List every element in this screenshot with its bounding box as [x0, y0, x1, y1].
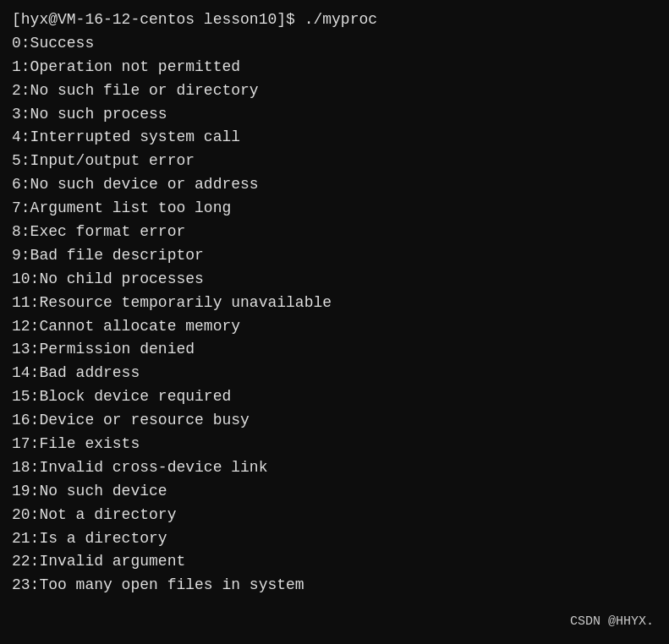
output-line: 8:Exec format error: [12, 221, 657, 244]
output-line: 21:Is a directory: [12, 527, 657, 551]
output-line: 1:Operation not permitted: [12, 56, 657, 79]
watermark: CSDN @HHYX.: [570, 614, 654, 629]
output-line: 7:Argument list too long: [12, 197, 657, 221]
output-line: 15:Block device required: [12, 385, 657, 409]
output-line: 12:Cannot allocate memory: [12, 315, 657, 339]
output-line: 19:No such device: [12, 480, 657, 504]
output-lines: 0:Success1:Operation not permitted2:No s…: [12, 32, 657, 598]
terminal-window: [hyx@VM-16-12-centos lesson10]$ ./myproc…: [0, 0, 669, 644]
output-line: 14:Bad address: [12, 362, 657, 385]
output-line: 4:Interrupted system call: [12, 126, 657, 150]
output-line: 2:No such file or directory: [12, 79, 657, 103]
output-line: 11:Resource temporarily unavailable: [12, 292, 657, 315]
output-line: 6:No such device or address: [12, 173, 657, 197]
output-line: 0:Success: [12, 32, 657, 56]
output-line: 3:No such process: [12, 103, 657, 127]
output-line: 23:Too many open files in system: [12, 574, 657, 598]
output-line: 20:Not a directory: [12, 504, 657, 527]
output-line: 22:Invalid argument: [12, 550, 657, 574]
output-line: 16:Device or resource busy: [12, 409, 657, 433]
output-line: 18:Invalid cross-device link: [12, 456, 657, 480]
output-line: 17:File exists: [12, 433, 657, 456]
prompt-line: [hyx@VM-16-12-centos lesson10]$ ./myproc: [12, 8, 657, 32]
output-line: 10:No child processes: [12, 268, 657, 292]
output-line: 13:Permission denied: [12, 338, 657, 362]
output-line: 5:Input/output error: [12, 150, 657, 173]
output-line: 9:Bad file descriptor: [12, 244, 657, 268]
